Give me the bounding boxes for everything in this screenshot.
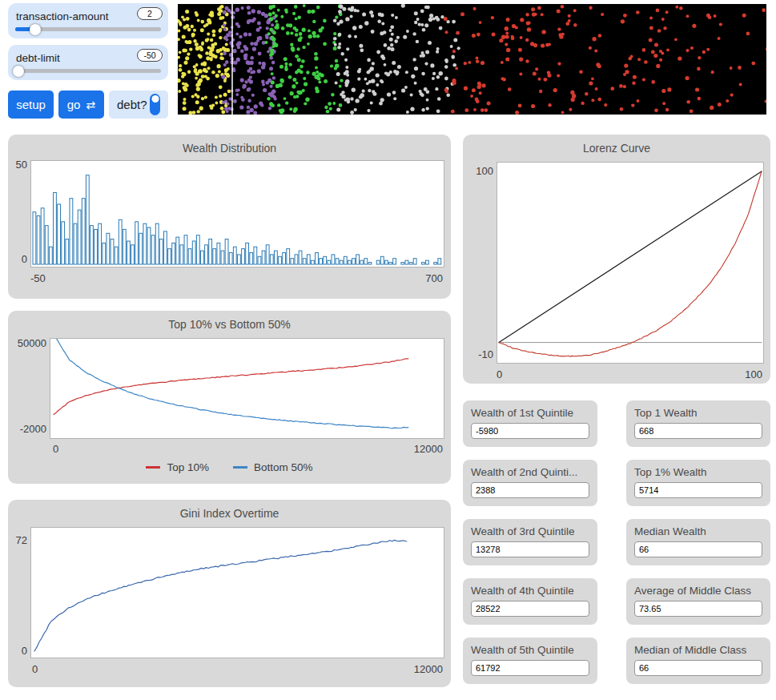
lorenz-panel: Lorenz Curve 100 -10 0 100 [463,135,770,384]
monitor-label: Average of Middle Class [634,585,762,597]
x-tick-min: -50 [30,272,46,284]
legend-item-bottom50: Bottom 50% [233,461,313,473]
debt-switch[interactable]: debt? [109,91,168,119]
monitor-wealth-1st-quintile: Wealth of 1st Quintile -5980 [463,400,597,447]
y-tick-max: 50000 [8,337,46,349]
monitor-average-middle-class: Average of Middle Class 73.65 [626,578,770,625]
monitor-label: Wealth of 2nd Quinti... [471,466,589,478]
plot-title: Lorenz Curve [463,142,770,155]
monitor-value: 66 [634,660,762,676]
slider-thumb[interactable] [13,66,24,77]
x-tick-min: 0 [497,368,502,380]
x-tick-max: 12000 [395,663,443,675]
monitor-median-wealth: Median Wealth 66 [626,519,770,565]
world-view [178,4,766,115]
top-bottom-plot [50,338,444,439]
slider-track[interactable] [15,27,161,31]
monitor-value: 668 [634,423,762,439]
monitor-wealth-3rd-quintile: Wealth of 3rd Quintile 13278 [463,519,597,565]
legend-swatch-blue [233,466,247,469]
monitor-label: Wealth of 3rd Quintile [471,525,589,537]
monitor-value: 5714 [634,482,762,498]
legend-label: Top 10% [167,461,209,473]
slider-track[interactable] [15,69,161,73]
go-button[interactable]: go ⇄ [58,91,104,119]
wealth-distribution-panel: Wealth Distribution 50 0 -50 700 [8,135,451,299]
plot-title: Wealth Distribution [8,142,451,155]
monitor-label: Top 1 Wealth [634,407,762,419]
setup-button[interactable]: setup [8,91,54,119]
plot-legend: Top 10% Bottom 50% [8,461,451,473]
x-tick-max: 100 [730,368,762,380]
y-tick-min: -10 [463,348,493,360]
monitor-label: Wealth of 5th Quintile [471,644,589,656]
slider-value: 2 [137,7,163,20]
monitor-value: 73.65 [634,601,762,617]
legend-swatch-red [146,466,160,469]
y-tick-max: 100 [463,165,493,177]
transaction-amount-slider[interactable]: transaction-amount 2 [8,3,168,38]
legend-label: Bottom 50% [254,461,313,473]
x-tick-min: 0 [53,443,58,455]
monitor-top-1pct-wealth: Top 1% Wealth 5714 [626,460,770,506]
slider-label: transaction-amount [16,10,109,22]
monitor-label: Median of Middle Class [634,644,762,656]
gini-panel: Gini Index Overtime 72 0 0 12000 [8,500,451,687]
monitor-label: Top 1% Wealth [634,466,762,478]
monitor-value: 66 [634,541,762,557]
monitor-top-1-wealth: Top 1 Wealth 668 [626,400,770,447]
monitor-label: Wealth of 1st Quintile [471,407,589,419]
monitor-median-middle-class: Median of Middle Class 66 [626,638,770,684]
monitor-value: 28522 [471,601,589,617]
go-button-label: go [67,98,81,111]
monitor-wealth-2nd-quintile: Wealth of 2nd Quinti... 2388 [463,460,597,506]
plot-title: Gini Index Overtime [8,507,451,520]
monitor-value: 13278 [471,541,589,557]
monitor-value: 2388 [471,482,589,498]
y-tick-max: 72 [8,534,27,546]
debt-limit-slider[interactable]: debt-limit -50 [8,45,168,80]
repeat-icon: ⇄ [86,99,95,111]
monitor-value: 61792 [471,660,589,676]
y-tick-max: 50 [8,159,27,171]
debt-switch-label: debt? [117,98,147,111]
setup-button-label: setup [16,98,46,111]
top-bottom-panel: Top 10% vs Bottom 50% 50000 -2000 0 1200… [8,311,451,484]
legend-item-top10: Top 10% [146,461,209,473]
monitor-value: -5980 [471,423,589,439]
toggle-icon[interactable] [150,94,160,115]
slider-thumb[interactable] [30,24,41,35]
y-tick-min: 0 [8,253,27,265]
x-tick-min: 0 [32,663,38,675]
monitor-wealth-4th-quintile: Wealth of 4th Quintile 28522 [463,578,597,625]
wealth-distribution-plot [30,160,444,268]
monitor-wealth-5th-quintile: Wealth of 5th Quintile 61792 [463,638,597,684]
gini-plot [30,527,444,658]
x-tick-max: 12000 [395,443,443,455]
plot-title: Top 10% vs Bottom 50% [8,318,451,331]
x-tick-max: 700 [403,272,443,284]
slider-value: -50 [137,49,163,62]
lorenz-plot [497,162,764,364]
slider-label: debt-limit [16,52,60,64]
toggle-knob [151,95,159,103]
y-tick-min: -2000 [8,423,46,435]
monitor-label: Median Wealth [634,525,762,537]
monitor-label: Wealth of 4th Quintile [471,585,589,597]
y-tick-min: 0 [8,645,27,657]
